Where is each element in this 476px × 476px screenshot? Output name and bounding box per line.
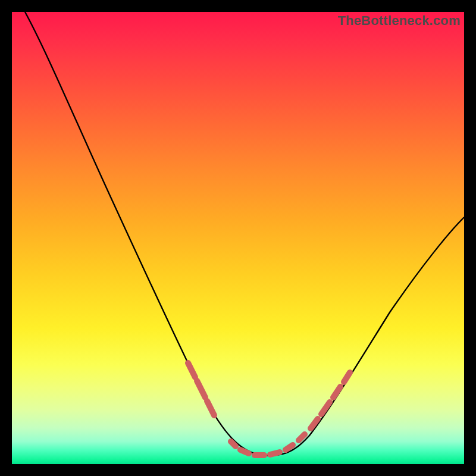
marker-right-3 — [333, 387, 340, 397]
marker-right-2 — [321, 402, 330, 414]
bottleneck-curve-path — [25, 12, 464, 456]
marker-bottom-4 — [270, 452, 280, 455]
marker-left-2 — [197, 381, 205, 397]
marker-bottom-1 — [231, 441, 236, 446]
plot-frame: TheBottleneck.com — [12, 12, 464, 464]
marker-left-3 — [207, 401, 214, 415]
marker-dots — [188, 363, 350, 455]
marker-bottom-2 — [240, 450, 249, 453]
curve-svg — [12, 12, 464, 464]
marker-right-4 — [344, 372, 350, 382]
marker-bottom-5 — [286, 445, 293, 450]
marker-bottom-6 — [299, 434, 305, 440]
marker-left-1 — [188, 363, 195, 377]
